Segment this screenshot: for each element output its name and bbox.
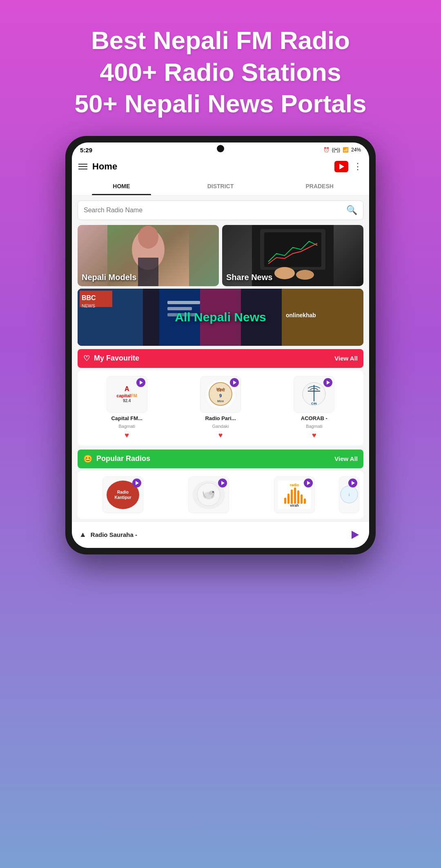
play-badge-kantipur (132, 479, 141, 487)
svg-text:CIN: CIN (311, 402, 317, 405)
svg-rect-40 (301, 494, 303, 504)
hero-text: Best Nepali FM Radio 400+ Radio Stations… (58, 0, 383, 136)
fav-heart-capital[interactable]: ♥ (125, 431, 129, 440)
radio-logo-kantipur: RadioKantipur (102, 476, 143, 513)
radio-logo-pari: रेडियो 9 Mini (200, 376, 241, 413)
tab-pradesh[interactable]: PRADESH (270, 177, 369, 195)
app-bar-right: ⋮ (334, 161, 363, 172)
radio-logo-fourth: i (339, 476, 359, 513)
radio-logo-bird (188, 476, 229, 513)
now-playing-left: ▲ Radio Sauraha - (79, 530, 137, 539)
radio-region-pari: Gandaki (212, 424, 229, 429)
radio-card-pari[interactable]: रेडियो 9 Mini Radio Pari... Gandaki ♥ (175, 376, 265, 440)
play-badge-capital (136, 378, 145, 387)
svg-rect-35 (284, 498, 286, 504)
radio-card-fourth[interactable]: i (339, 476, 359, 513)
tab-district[interactable]: DISTRICT (171, 177, 270, 195)
svg-text:Mini: Mini (217, 399, 224, 403)
radio-name-acorab: ACORAB - (301, 415, 327, 421)
my-favourite-view-all[interactable]: View All (334, 355, 358, 362)
radio-card-bird[interactable] (167, 476, 250, 513)
overflow-menu-button[interactable]: ⋮ (353, 161, 363, 172)
banner-share-news[interactable]: Share News (222, 225, 363, 286)
radio-card-acorab[interactable]: CIN ACORAB - Bagmati ♥ (269, 376, 359, 440)
banner-all-nepali-news[interactable]: BBC NEWS onlinekhab All Nepali News (78, 289, 363, 346)
search-icon[interactable]: 🔍 (346, 205, 357, 216)
heart-icon: ♡ (83, 354, 90, 363)
tab-home[interactable]: HOME (72, 177, 171, 195)
banner-share-news-label: Share News (222, 269, 363, 286)
radio-region-capital: Bagmati (118, 424, 135, 429)
status-icons: ⏰ ((•)) 📶 24% (323, 147, 361, 153)
svg-rect-36 (287, 494, 290, 504)
youtube-icon[interactable] (334, 161, 348, 172)
svg-rect-7 (264, 232, 321, 267)
phone-screen: 5:29 ⏰ ((•)) 📶 24% Home ⋮ (72, 142, 369, 548)
banner-all-nepali-news-label: All Nepali News (175, 310, 266, 324)
svg-text:NEWS: NEWS (82, 303, 95, 308)
play-badge-acorab (323, 378, 332, 387)
radio-card-virah[interactable]: radio virah (253, 476, 336, 513)
wifi-icon: ((•)) (332, 147, 340, 153)
play-triangle-icon (352, 531, 359, 539)
svg-rect-20 (167, 307, 192, 310)
svg-text:virah: virah (290, 503, 299, 507)
banner-cards-row: Nepali Models Share News (78, 225, 363, 286)
fav-heart-pari[interactable]: ♥ (218, 431, 223, 440)
now-playing-bar: ▲ Radio Sauraha - (72, 521, 369, 548)
search-bar: 🔍 (78, 200, 363, 220)
play-badge-virah (304, 479, 313, 487)
svg-text:9: 9 (219, 393, 222, 398)
radio-region-acorab: Bagmati (306, 424, 322, 429)
fav-heart-acorab[interactable]: ♥ (312, 431, 316, 440)
play-badge-fourth (348, 479, 357, 487)
alarm-icon: ⏰ (323, 147, 330, 153)
play-button[interactable] (347, 527, 362, 542)
svg-rect-19 (167, 301, 200, 304)
search-input[interactable] (84, 207, 346, 214)
play-badge-bird (218, 479, 227, 487)
now-playing-name: Radio Sauraha - (91, 531, 137, 538)
phone-mockup: 5:29 ⏰ ((•)) 📶 24% Home ⋮ (65, 136, 376, 554)
radio-name-capital: Capital FM... (111, 415, 143, 421)
play-badge-pari (230, 378, 239, 387)
svg-text:radio: radio (290, 483, 299, 487)
my-favourite-title-area: ♡ My Favourite (83, 354, 139, 363)
menu-button[interactable] (78, 164, 87, 169)
signal-icon: 📶 (343, 147, 349, 153)
popular-radio-grid: RadioKantipur (78, 471, 363, 519)
svg-rect-38 (294, 487, 296, 504)
smiley-icon: 😊 (83, 454, 92, 463)
radio-logo-virah: radio virah (274, 476, 315, 513)
app-bar: Home ⋮ (72, 156, 369, 177)
popular-radios-title-area: 😊 Popular Radios (83, 454, 150, 463)
svg-text:onlinekhab: onlinekhab (286, 312, 316, 318)
banner-nepali-models-label: Nepali Models (78, 269, 219, 286)
my-favourite-title: My Favourite (94, 354, 139, 363)
radio-name-pari: Radio Pari... (205, 415, 236, 421)
svg-text:रेडियो: रेडियो (216, 387, 225, 392)
popular-radios-header: 😊 Popular Radios View All (78, 450, 363, 468)
my-favourite-header: ♡ My Favourite View All (78, 349, 363, 368)
radio-logo-capital: A capitalFM 92.4 (107, 376, 147, 413)
chevron-up-icon[interactable]: ▲ (79, 530, 87, 539)
battery-text: 24% (351, 147, 361, 153)
tab-bar: HOME DISTRICT PRADESH (72, 177, 369, 196)
radio-card-capital[interactable]: A capitalFM 92.4 Capital FM... Bagmati ♥ (82, 376, 172, 440)
favourite-radio-grid: A capitalFM 92.4 Capital FM... Bagmati ♥ (78, 370, 363, 445)
radio-card-kantipur[interactable]: RadioKantipur (82, 476, 164, 513)
app-bar-left: Home (78, 161, 117, 172)
svg-point-3 (138, 226, 158, 249)
status-time: 5:29 (80, 147, 92, 154)
svg-rect-41 (304, 499, 306, 504)
svg-text:BBC: BBC (82, 294, 96, 301)
svg-text:i: i (349, 492, 350, 497)
svg-rect-39 (297, 490, 299, 504)
popular-radios-title: Popular Radios (96, 454, 150, 463)
svg-rect-37 (291, 490, 293, 504)
radio-logo-acorab: CIN (294, 376, 334, 413)
popular-radios-view-all[interactable]: View All (334, 455, 358, 462)
banner-nepali-models[interactable]: Nepali Models (78, 225, 219, 286)
app-title: Home (92, 161, 117, 172)
camera-notch (217, 145, 224, 152)
